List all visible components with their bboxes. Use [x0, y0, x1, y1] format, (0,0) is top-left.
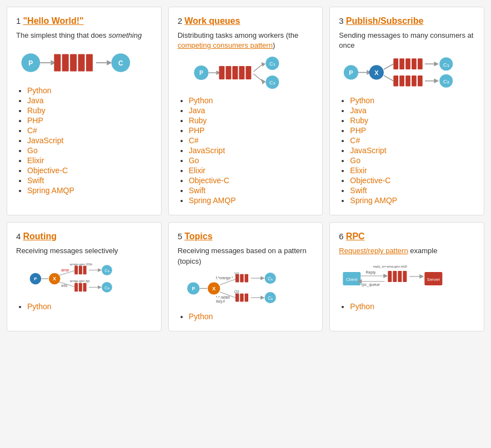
svg-text:P: P — [192, 286, 195, 291]
list-item: PHP — [350, 126, 475, 135]
list-item: Ruby — [27, 106, 152, 115]
card-5-desc: Receiving messages based on a pattern (t… — [178, 246, 314, 266]
csharp-link[interactable]: C# — [27, 126, 37, 135]
csharp-link[interactable]: C# — [350, 136, 360, 145]
python-link[interactable]: Python — [350, 96, 374, 105]
card-4-desc: Receiving messages selectively — [16, 246, 152, 256]
svg-text:amqp-gen-fgt: amqp-gen-fgt — [70, 279, 90, 283]
list-item: Spring AMQP — [189, 196, 314, 205]
svg-text:*.*.rabbit: *.*.rabbit — [216, 295, 229, 299]
list-item: Spring AMQP — [27, 186, 152, 195]
card-4-title[interactable]: Routing — [23, 231, 57, 241]
javascript-link[interactable]: JavaScript — [27, 136, 63, 145]
python-link[interactable]: Python — [27, 86, 52, 95]
objectivec-link[interactable]: Objective-C — [27, 166, 68, 175]
list-item: Objective-C — [27, 166, 152, 175]
list-item: JavaScript — [189, 146, 314, 155]
card-1-diagram: P C — [16, 46, 152, 79]
ruby-link[interactable]: Ruby — [189, 116, 207, 125]
svg-rect-44 — [400, 75, 405, 87]
svg-text:C₁: C₁ — [443, 62, 449, 68]
competing-consumers-link[interactable]: competing consumers pattern — [178, 41, 273, 49]
python-link[interactable]: Python — [189, 96, 213, 105]
tutorials-grid: 1 "Hello World!" The simplest thing that… — [7, 7, 484, 331]
svg-text:rpc_queue: rpc_queue — [362, 283, 380, 287]
svg-rect-93 — [244, 274, 248, 282]
elixir-link[interactable]: Elixir — [189, 166, 206, 175]
java-link[interactable]: Java — [350, 106, 367, 115]
go-link[interactable]: Go — [27, 146, 38, 155]
card-5-title[interactable]: Topics — [184, 231, 212, 241]
csharp-link[interactable]: C# — [189, 136, 199, 145]
php-link[interactable]: PHP — [350, 126, 366, 135]
svg-rect-7 — [78, 54, 85, 72]
card-6: 6 RPC Request/reply pattern example Clie… — [329, 222, 484, 331]
java-link[interactable]: Java — [189, 106, 206, 115]
list-item: Python — [189, 96, 314, 105]
svg-rect-116 — [393, 271, 397, 282]
springamqp-link[interactable]: Spring AMQP — [350, 196, 397, 205]
card-2: 2 Work queues Distributing tasks among w… — [168, 7, 323, 215]
svg-text:C₂: C₂ — [268, 295, 273, 301]
swift-link[interactable]: Swift — [350, 186, 367, 195]
javascript-link[interactable]: JavaScript — [189, 146, 225, 155]
list-item: Elixir — [27, 156, 152, 165]
list-item: Objective-C — [350, 176, 475, 185]
list-item: PHP — [27, 116, 152, 125]
php-link[interactable]: PHP — [27, 116, 43, 125]
svg-text:lazy.#: lazy.# — [216, 299, 225, 304]
svg-text:C₁: C₁ — [269, 61, 275, 67]
java-link[interactable]: Java — [27, 96, 44, 105]
pubsub-diagram: P X — [339, 56, 475, 89]
elixir-link[interactable]: Elixir — [27, 156, 44, 165]
card-4-diagram: P X error info — [16, 262, 152, 295]
svg-rect-70 — [83, 283, 87, 291]
card-1-desc: The simplest thing that does something — [16, 31, 152, 41]
list-item: Python — [27, 302, 152, 311]
swift-link[interactable]: Swift — [189, 186, 206, 195]
card-1-title[interactable]: "Hello World!" — [23, 16, 84, 26]
php-link[interactable]: PHP — [189, 126, 205, 135]
go-link[interactable]: Go — [350, 156, 360, 165]
list-item: Go — [350, 156, 475, 165]
svg-rect-67 — [83, 265, 87, 274]
elixir-link[interactable]: Elixir — [350, 166, 367, 175]
go-link[interactable]: Go — [189, 156, 199, 165]
svg-text:f.*orange.*: f.*orange.* — [216, 276, 233, 280]
svg-rect-4 — [54, 54, 61, 72]
svg-rect-39 — [400, 59, 405, 70]
springamqp-link[interactable]: Spring AMQP — [189, 196, 236, 205]
svg-text:P: P — [199, 70, 203, 76]
svg-rect-68 — [74, 283, 78, 291]
svg-rect-6 — [70, 54, 77, 72]
ruby-link[interactable]: Ruby — [27, 106, 46, 115]
card-5-number: 5 — [178, 231, 182, 241]
svg-marker-110 — [384, 274, 388, 278]
card-2-title[interactable]: Work queues — [184, 16, 240, 26]
python-link[interactable]: Python — [27, 302, 52, 311]
objectivec-link[interactable]: Objective-C — [189, 176, 229, 185]
card-4-number: 4 — [16, 231, 21, 241]
python-link[interactable]: Python — [189, 312, 213, 321]
svg-rect-40 — [405, 59, 410, 70]
ruby-link[interactable]: Ruby — [350, 116, 368, 125]
svg-rect-19 — [232, 66, 238, 79]
svg-marker-10 — [107, 60, 112, 66]
card-3-title[interactable]: Publish/Subscribe — [346, 16, 424, 26]
springamqp-link[interactable]: Spring AMQP — [27, 186, 74, 195]
svg-marker-74 — [98, 285, 102, 289]
card-6-title[interactable]: RPC — [346, 231, 365, 241]
svg-text:X: X — [374, 69, 379, 76]
list-item: JavaScript — [350, 146, 475, 155]
request-reply-link[interactable]: Request/reply pattern — [339, 246, 408, 255]
javascript-link[interactable]: JavaScript — [350, 146, 386, 155]
card-1-lang-list: Python Java Ruby PHP C# JavaScript Go El… — [16, 86, 152, 195]
svg-line-37 — [384, 75, 393, 81]
swift-link[interactable]: Swift — [27, 176, 44, 185]
svg-text:C₁: C₁ — [268, 276, 273, 281]
svg-rect-43 — [394, 75, 399, 87]
python-link[interactable]: Python — [350, 302, 374, 311]
list-item: Java — [27, 96, 152, 105]
objectivec-link[interactable]: Objective-C — [350, 176, 390, 185]
list-item: Swift — [27, 176, 152, 185]
